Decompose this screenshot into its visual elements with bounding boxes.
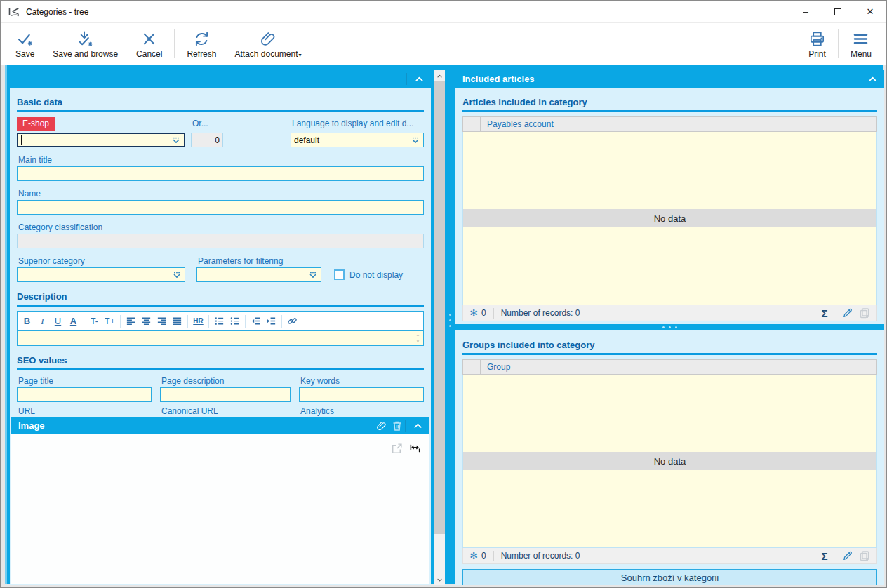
unordered-list-icon[interactable] [227,314,242,328]
align-right-icon[interactable] [154,314,169,328]
save-and-browse-button[interactable]: Save and browse [44,23,127,64]
parameters-filtering-combo[interactable] [196,267,321,282]
refresh-icon [193,29,211,48]
included-articles-body: Articles included in category Payables a… [455,88,884,585]
page-title-input[interactable] [17,387,152,402]
category-goods-summary-button[interactable]: Souhrn zboží v kategorii [462,569,877,585]
close-button[interactable]: ✕ [854,1,886,23]
open-external-icon [391,443,403,455]
cancel-button[interactable]: Cancel [127,23,171,64]
combo-dropdown-icon[interactable] [411,136,420,145]
seo-values-heading: SEO values [17,355,424,366]
font-color-icon[interactable]: A [66,314,81,328]
save-label: Save [15,49,34,59]
content-area: Basic data E-shop Or... Language to disp… [1,65,886,587]
scroll-down-arrow-icon[interactable] [434,574,445,585]
sum-sigma-icon[interactable]: Σ [816,307,833,319]
articles-table-header: Payables account [462,116,877,132]
align-center-icon[interactable] [139,314,154,328]
save-icon [16,29,34,48]
articles-empty-message: No data [463,209,876,227]
attach-paperclip-icon[interactable] [374,418,389,433]
underline-icon[interactable]: U [51,314,65,328]
attach-document-button[interactable]: Attach document▾ [225,23,310,64]
maximize-button[interactable] [822,1,854,23]
panel-splitter-handle[interactable] [448,314,453,327]
font-larger-icon[interactable]: T+ [102,314,117,328]
main-title-input[interactable] [17,166,424,181]
group-column-header[interactable]: Group [481,359,877,375]
resize-width-icon[interactable] [409,443,421,455]
refresh-button[interactable]: Refresh [178,23,225,64]
align-left-icon[interactable] [124,314,138,328]
horizontal-rule-icon[interactable]: HR [191,314,206,328]
spinner-updown-icon[interactable]: ⌃⌄ [414,335,422,342]
description-input[interactable]: ⌃⌄ [18,330,423,345]
minimize-button[interactable]: – [789,1,822,23]
copy-add-icon [856,307,873,319]
outdent-icon[interactable] [248,314,263,328]
edit-pencil-icon[interactable] [839,307,856,319]
combo-dropdown-icon[interactable] [172,271,182,279]
print-label: Print [808,49,826,59]
eshop-combo[interactable] [17,133,185,147]
header-separator [405,420,406,432]
page-description-input[interactable] [160,387,291,402]
maximize-icon [834,8,841,15]
cancel-label: Cancel [136,49,162,59]
tables-splitter-handle[interactable] [455,324,884,330]
image-section-header: Image [11,417,429,434]
header-separator [860,73,860,85]
print-button[interactable]: Print [799,23,835,64]
superior-category-label: Superior category [17,254,185,267]
italic-icon[interactable]: I [35,314,50,328]
menu-button[interactable]: Menu [841,23,881,64]
description-heading: Description [17,291,424,302]
snowflake-icon[interactable]: ✻ [467,307,481,319]
app-k2-icon [8,7,20,17]
articles-heading: Articles included in category [462,97,877,107]
save-button[interactable]: Save [6,23,44,64]
sum-sigma-icon[interactable]: Σ [816,550,833,562]
vertical-scrollbar[interactable] [434,70,445,585]
key-words-input[interactable] [299,387,424,402]
font-smaller-icon[interactable]: T- [87,314,102,328]
articles-frozen-count: 0 [481,308,491,318]
combo-dropdown-icon[interactable] [308,271,318,279]
insert-link-icon[interactable] [285,314,300,328]
attach-paperclip-icon [260,29,277,48]
included-articles-heading: Included articles [462,74,535,84]
groups-heading: Groups included into category [462,340,877,350]
page-description-label: Page description [160,374,291,387]
snowflake-icon[interactable]: ✻ [467,550,481,561]
section-rule [462,110,877,112]
language-combo[interactable]: default [291,133,424,147]
indent-icon[interactable] [264,314,279,328]
combo-dropdown-icon[interactable] [171,136,181,145]
text-caret [21,135,22,145]
collapse-chevron-icon[interactable] [410,72,428,86]
payables-account-column-header[interactable]: Payables account [481,116,877,132]
section-rule [462,353,877,355]
edit-pencil-icon[interactable] [839,550,856,561]
name-input[interactable] [17,200,424,215]
included-articles-panel: Included articles Articles included in c… [455,70,884,585]
do-not-display-checkbox[interactable] [334,269,345,280]
ordered-list-icon[interactable] [212,314,227,328]
main-toolbar: Save Save and browse Cancel Refresh Atta… [1,23,886,64]
justify-icon[interactable] [170,314,185,328]
bold-icon[interactable]: B [20,314,34,328]
collapse-chevron-icon[interactable] [408,418,427,433]
included-articles-header: Included articles [455,70,884,88]
scrollbar-thumb[interactable] [434,81,445,534]
groups-record-count: Number of records: 0 [497,551,585,561]
key-words-label: Key words [299,374,424,387]
superior-category-combo[interactable] [17,267,185,282]
articles-table-footer: ✻ 0 Number of records: 0 Σ [462,305,877,321]
attach-document-label: Attach document [234,49,298,59]
scroll-up-arrow-icon[interactable] [434,70,445,81]
collapse-chevron-icon[interactable] [863,72,881,86]
articles-table-body[interactable]: No data [462,132,877,305]
groups-table-body[interactable]: No data [462,375,877,548]
do-not-display-label: Do not display [349,270,403,280]
